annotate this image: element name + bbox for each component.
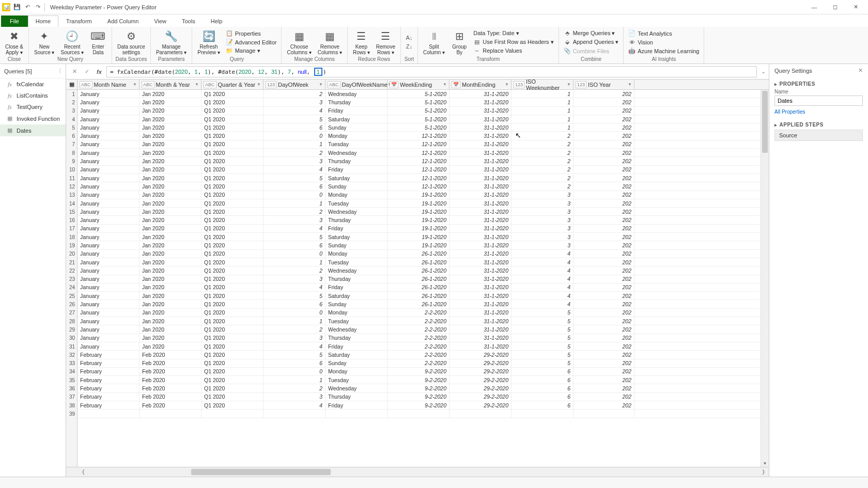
cell-isoy[interactable]: 202 (574, 233, 634, 241)
row-number[interactable]: 33 (66, 359, 77, 368)
scroll-down-icon[interactable]: ▼ (761, 460, 769, 467)
cell-weekend[interactable]: 26-1-2020 (388, 266, 450, 274)
cell-isow[interactable]: 2 (512, 166, 574, 174)
cell-isoy[interactable]: 202 (574, 292, 634, 300)
cell-weekend[interactable]: 2-2-2020 (388, 317, 450, 325)
cell-monthend[interactable]: 31-1-2020 (450, 191, 512, 199)
cell-isoy[interactable]: 202 (574, 351, 634, 358)
cell-downame[interactable]: Sunday (326, 300, 388, 308)
cell-dow[interactable]: 1 (264, 199, 326, 207)
cell-isoy[interactable]: 202 (574, 132, 634, 139)
cell-isow[interactable]: 6 (512, 401, 574, 409)
cell-downame[interactable]: Wednesday (326, 208, 388, 215)
cell-qy[interactable]: Q1 2020 (202, 309, 264, 317)
query-item-testquery[interactable]: fxTestQuery (0, 101, 66, 113)
row-number[interactable]: 10 (66, 166, 77, 174)
cell-monthend[interactable]: 31-1-2020 (450, 241, 512, 249)
cell-isoy[interactable]: 202 (574, 208, 634, 215)
cell-isow[interactable]: 5 (512, 317, 574, 325)
cell-month[interactable]: January (78, 300, 140, 308)
cell-downame[interactable]: Saturday (326, 115, 388, 123)
cell-monthend[interactable]: 31-1-2020 (450, 132, 512, 139)
column-header-downame[interactable]: ABCDayOfWeekName▼ (326, 80, 388, 89)
cell-weekend[interactable]: 12-1-2020 (388, 149, 450, 156)
cell-qy[interactable]: Q1 2020 (202, 334, 264, 342)
vertical-scrollbar[interactable]: ▲ ▼ (761, 90, 769, 467)
cell-downame[interactable]: Monday (326, 309, 388, 317)
cell-dow[interactable]: 3 (264, 393, 326, 401)
cell-monthend[interactable]: 31-1-2020 (450, 182, 512, 190)
cell-downame[interactable]: Wednesday (326, 384, 388, 392)
cell-isoy[interactable]: 202 (574, 325, 634, 333)
cell-isoy[interactable]: 202 (574, 359, 634, 367)
cell-month[interactable]: January (78, 225, 140, 232)
row-number[interactable]: 26 (66, 300, 77, 308)
table-row[interactable]: JanuaryJan 2020Q1 20200Monday19-1-202031… (78, 191, 769, 199)
cell-month[interactable]: January (78, 107, 140, 115)
azure-ml-button[interactable]: 🤖Azure Machine Learning (627, 47, 701, 55)
cell-monthend[interactable]: 29-2-2020 (450, 384, 512, 392)
cell-isoy[interactable]: 202 (574, 376, 634, 384)
cell-isow[interactable]: 3 (512, 199, 574, 207)
row-number[interactable]: 16 (66, 216, 77, 224)
cell-weekend[interactable]: 12-1-2020 (388, 157, 450, 165)
cell-qy[interactable]: Q1 2020 (202, 292, 264, 300)
cell-monthend[interactable]: 31-1-2020 (450, 98, 512, 106)
cell-monthend[interactable]: 29-2-2020 (450, 393, 512, 401)
cell-downame[interactable]: Wednesday (326, 266, 388, 274)
cell-month[interactable]: February (78, 359, 140, 367)
cell-qy[interactable]: Q1 2020 (202, 123, 264, 131)
cell-isow[interactable]: 5 (512, 309, 574, 317)
cell-dow[interactable]: 0 (264, 191, 326, 199)
cell-dow[interactable]: 3 (264, 98, 326, 106)
cell-downame[interactable]: Tuesday (326, 140, 388, 148)
cell-dow[interactable]: 1 (264, 376, 326, 384)
cell-downame[interactable]: Friday (326, 284, 388, 291)
cell-monthend[interactable]: 31-1-2020 (450, 309, 512, 317)
redo-icon[interactable]: ↷ (33, 3, 42, 12)
filter-dropdown-icon[interactable]: ▼ (319, 82, 323, 87)
cell-qy[interactable]: Q1 2020 (202, 317, 264, 325)
table-row[interactable]: JanuaryJan 2020Q1 20201Tuesday26-1-20203… (78, 258, 769, 266)
cell-month[interactable] (78, 410, 140, 417)
properties-button[interactable]: 📋Properties (224, 29, 278, 38)
cell-downame[interactable]: Saturday (326, 292, 388, 300)
cell-month[interactable]: January (78, 233, 140, 241)
cell-weekend[interactable]: 2-2-2020 (388, 351, 450, 358)
formula-input[interactable]: = fxCalendar(#date(2020, 1, 1), #date(20… (106, 66, 757, 77)
table-row[interactable]: JanuaryJan 2020Q1 20206Sunday26-1-202031… (78, 300, 769, 308)
undo-icon[interactable]: ↶ (23, 3, 32, 12)
cell-month[interactable]: February (78, 376, 140, 384)
cell-qy[interactable]: Q1 2020 (202, 174, 264, 182)
cell-weekend[interactable]: 9-2-2020 (388, 401, 450, 409)
table-row[interactable]: JanuaryJan 2020Q1 20205Saturday12-1-2020… (78, 174, 769, 182)
cell-dow[interactable]: 6 (264, 123, 326, 131)
cell-month[interactable]: January (78, 132, 140, 139)
row-number[interactable]: 12 (66, 182, 77, 191)
cell-isoy[interactable]: 202 (574, 284, 634, 291)
expand-formula-icon[interactable]: ⌄ (761, 68, 766, 75)
cell-monthyear[interactable]: Feb 2020 (140, 368, 202, 375)
cell-isow[interactable]: 4 (512, 292, 574, 300)
maximize-button[interactable]: ◻ (825, 0, 845, 14)
cell-dow[interactable]: 1 (264, 258, 326, 266)
cell-weekend[interactable]: 19-1-2020 (388, 233, 450, 241)
cell-weekend[interactable]: 26-1-2020 (388, 284, 450, 291)
table-row[interactable]: JanuaryJan 2020Q1 20203Thursday26-1-2020… (78, 275, 769, 284)
cell-qy[interactable]: Q1 2020 (202, 393, 264, 401)
table-row[interactable]: JanuaryJan 2020Q1 20203Thursday12-1-2020… (78, 157, 769, 165)
cell-downame[interactable]: Friday (326, 166, 388, 174)
table-row[interactable]: FebruaryFeb 2020Q1 20200Monday9-2-202029… (78, 368, 769, 376)
cell-downame[interactable]: Sunday (326, 123, 388, 131)
cell-qy[interactable]: Q1 2020 (202, 132, 264, 139)
cell-month[interactable]: February (78, 368, 140, 375)
cell-dow[interactable]: 4 (264, 401, 326, 409)
cell-isow[interactable]: 2 (512, 157, 574, 165)
cell-monthyear[interactable]: Jan 2020 (140, 174, 202, 182)
cell-downame[interactable]: Wednesday (326, 325, 388, 333)
cell-isoy[interactable]: 202 (574, 98, 634, 106)
cell-qy[interactable] (202, 410, 264, 417)
cell-downame[interactable]: Tuesday (326, 376, 388, 384)
cell-monthyear[interactable]: Jan 2020 (140, 98, 202, 106)
cell-downame[interactable]: Thursday (326, 334, 388, 342)
